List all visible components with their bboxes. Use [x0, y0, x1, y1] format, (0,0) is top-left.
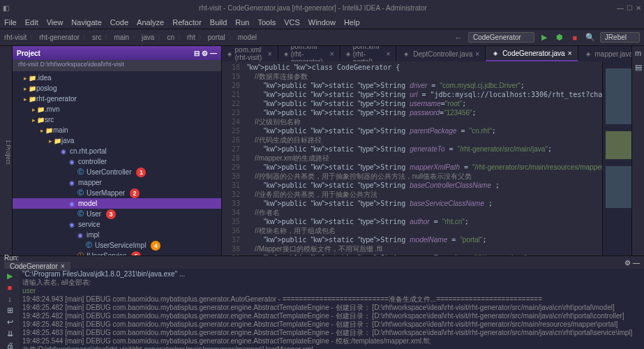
minimize-panel-icon[interactable]: — — [633, 259, 640, 267]
menu-build[interactable]: Build — [210, 18, 227, 27]
menu-analyze[interactable]: Analyze — [137, 18, 164, 27]
tree-item[interactable]: ▸ 📁java — [13, 135, 221, 146]
tree-item[interactable]: ⒸUserController1 — [13, 167, 221, 177]
folder-icon: ▸ 📁 — [34, 116, 43, 124]
tree-item[interactable]: ◉controller — [13, 156, 221, 167]
cls-icon: Ⓒ — [76, 210, 84, 218]
tree-item[interactable]: ◉impl — [13, 230, 221, 240]
crumb[interactable]: rht-visit — [4, 34, 27, 41]
editor-tab[interactable]: ◈CodeGenerator.java× — [486, 46, 578, 61]
tree-item[interactable]: ▸ 📁.idea — [13, 73, 221, 83]
tree-item[interactable]: ◉mapper — [13, 177, 221, 188]
crumb[interactable]: cn — [167, 34, 174, 41]
close-tab-icon[interactable]: × — [475, 50, 479, 58]
crumb[interactable]: main — [114, 34, 129, 41]
line-gutter: 18 19 20 21 22 23 24 25 26 27 28 29 30 3… — [222, 61, 244, 255]
tree-item[interactable]: ▸ 📁rht-generator — [13, 94, 221, 104]
run-config-select[interactable]: CodeGenerator — [468, 32, 534, 43]
debug-icon[interactable]: ⬢ — [554, 32, 565, 43]
menu-view[interactable]: View — [47, 18, 63, 27]
file-icon: ◈ — [227, 50, 232, 58]
code-content[interactable]: "kw">public "kw">class CodeGenerator { /… — [244, 61, 602, 255]
tree-item[interactable]: ⒸUserServiceImpl4 — [13, 240, 221, 251]
menu-edit[interactable]: Edit — [25, 18, 38, 27]
left-tool-gutter: 1:Project 7:Structure — [0, 46, 13, 255]
menu-code[interactable]: Code — [110, 18, 128, 27]
editor-tab[interactable]: ◈pom.xml (rht-generator)× — [278, 46, 340, 61]
cls-icon: Ⓒ — [84, 242, 93, 250]
tree-item[interactable]: ◉cn.rht.portal — [13, 146, 221, 156]
gear-icon[interactable]: ⚙ — [202, 50, 208, 57]
wrap-icon[interactable]: ↩ — [7, 318, 13, 327]
tree-item[interactable]: ▸ 📁.mvn — [13, 104, 221, 114]
folder-icon: ▸ 📁 — [51, 137, 59, 145]
cls-icon: Ⓒ — [76, 168, 84, 177]
project-tree[interactable]: ▸ 📁.idea▸ 📁poslog▸ 📁rht-generator▸ 📁.mvn… — [13, 71, 221, 255]
back-icon[interactable]: ← — [453, 32, 464, 43]
file-icon: ◈ — [346, 50, 350, 58]
close-tab-icon[interactable]: × — [386, 50, 390, 58]
editor-tab[interactable]: ◈pom.xml (rht-portal)× — [340, 46, 397, 61]
pkg-icon: ◉ — [68, 179, 76, 187]
hide-icon[interactable]: — — [210, 50, 217, 57]
tree-item[interactable]: ▸ 📁poslog — [13, 83, 221, 94]
menu-vcs[interactable]: VCS — [284, 18, 300, 27]
menu-help[interactable]: Help — [344, 18, 360, 27]
tree-item[interactable]: ◉model — [13, 198, 221, 209]
project-tool-btn[interactable]: 1:Project — [5, 140, 12, 165]
file-icon: ◈ — [584, 50, 592, 58]
close-tab-icon[interactable]: × — [330, 50, 334, 58]
stop-icon[interactable]: ■ — [569, 32, 581, 43]
close-tab-icon[interactable]: × — [268, 50, 272, 58]
tree-item[interactable]: ▸ 📁main — [13, 125, 221, 135]
search-icon[interactable]: 🔍 — [585, 32, 596, 43]
rerun-icon[interactable]: ▶ — [7, 272, 13, 281]
run-panel: Run: CodeGenerator × ⚙ — ▶ ■ ↓ ⊞ ↩ ⇊ 🖨 🗑… — [0, 255, 644, 349]
menu-tools[interactable]: Tools — [257, 18, 276, 27]
close-icon[interactable]: ✕ — [636, 4, 641, 12]
minimize-icon[interactable]: — — [617, 4, 624, 12]
project-root[interactable]: rht-visit D:\rht\workspace\ideal\rht-vis… — [13, 60, 221, 71]
window-title: rht-visit - CodeGenerator.java [rht-gene… — [199, 4, 427, 12]
run-gutter: ▶ ■ ↓ ⊞ ↩ ⇊ 🖨 🗑 — [0, 269, 20, 349]
breadcrumb[interactable]: rht-visit〉rht-generator〉src〉main〉java〉cn… — [4, 33, 257, 43]
pkg-icon: ◉ — [68, 200, 76, 208]
settings-icon[interactable]: ⚙ — [624, 259, 631, 267]
maven-tool-icon[interactable]: m — [635, 49, 641, 57]
database-tool-icon[interactable]: ▤ — [635, 63, 642, 72]
crumb[interactable]: java — [142, 34, 154, 41]
jrebel-label[interactable]: JRebel — [600, 32, 640, 43]
crumb[interactable]: model — [238, 34, 257, 41]
crumb[interactable]: src — [92, 34, 101, 41]
close-tab-icon[interactable]: × — [568, 50, 572, 57]
print-icon[interactable]: 🖨 — [6, 341, 14, 349]
pkg-icon: ◉ — [76, 231, 84, 239]
filter-icon[interactable]: ⊞ — [7, 306, 13, 315]
project-header: Project — [17, 50, 40, 57]
crumb[interactable]: rht-generator — [39, 34, 80, 41]
crumb[interactable]: rht — [187, 34, 195, 41]
collapse-icon[interactable]: ⊟ — [194, 50, 200, 57]
right-tool-gutter: m ▤ — [631, 46, 644, 255]
down-icon[interactable]: ↓ — [8, 295, 12, 303]
run-icon[interactable]: ▶ — [539, 32, 550, 43]
tree-item[interactable]: ◉service — [13, 219, 221, 230]
scroll-icon[interactable]: ⇊ — [7, 329, 13, 339]
editor-tab[interactable]: ◈DeptController.java× — [396, 46, 486, 61]
editor-tabs: ◈pom.xml (rht-visit)×◈pom.xml (rht-gener… — [222, 46, 644, 61]
crumb[interactable]: portal — [208, 34, 225, 41]
menu-run[interactable]: Run — [235, 18, 249, 27]
tree-item[interactable]: ⒸUserMapper2 — [13, 188, 221, 198]
run-output[interactable]: "C:\Program Files\Java\jdk1.8.0_231\bin\… — [20, 269, 644, 349]
folder-icon: ▸ 📁 — [43, 126, 51, 135]
stop-run-icon[interactable]: ■ — [8, 283, 13, 292]
tree-item[interactable]: ▸ 📁src — [13, 114, 221, 125]
menu-window[interactable]: Window — [308, 18, 336, 27]
editor-tab[interactable]: ◈pom.xml (rht-visit)× — [222, 46, 278, 61]
menu-file[interactable]: File — [4, 18, 17, 27]
maximize-icon[interactable]: ☐ — [627, 4, 633, 12]
menu-navigate[interactable]: Navigate — [71, 18, 101, 27]
pkg-icon: ◉ — [68, 158, 76, 166]
tree-item[interactable]: ⒸUser3 — [13, 209, 221, 219]
menu-refactor[interactable]: Refactor — [172, 18, 202, 27]
